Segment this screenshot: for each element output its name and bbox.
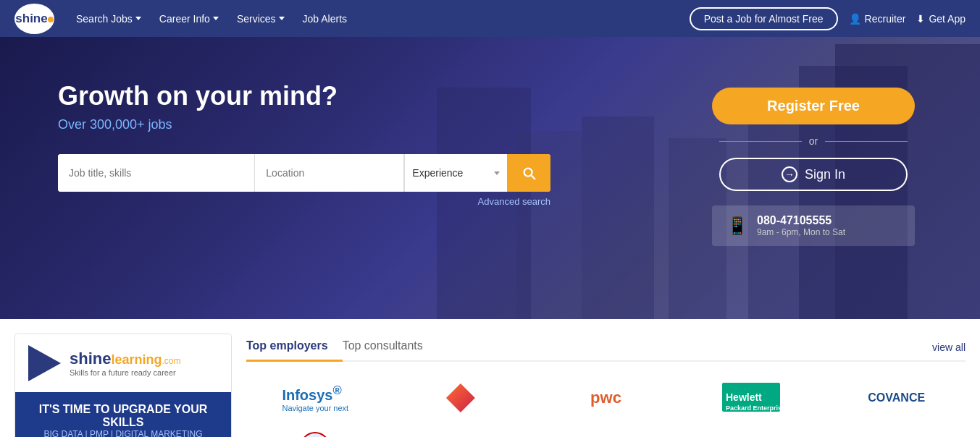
tab-top-employers[interactable]: Top employers (246, 334, 343, 362)
navbar-right: Post a Job for Almost Free 👤 Recruiter ⬇… (690, 7, 966, 30)
hero-right: Register Free or → Sign In 📱 080-4710555… (705, 80, 922, 246)
nav-job-alerts[interactable]: Job Alerts (296, 9, 354, 28)
employer-pwc[interactable]: pwc (537, 376, 675, 420)
search-job-input[interactable] (58, 154, 255, 192)
sl-skills-text: BIG DATA | PMP | DIGITAL MARKETING (26, 429, 220, 437)
nav-career-info[interactable]: Career Info (152, 9, 226, 28)
employer-geometric[interactable] (392, 376, 530, 420)
nav-links: Search Jobs Career Info Services Job Ale… (69, 9, 682, 28)
bottom-section: shinelearning.com Skills for a future re… (0, 319, 980, 437)
phone-hours: 9am - 6pm, Mon to Sat (757, 227, 845, 237)
experience-wrapper[interactable]: Experience (404, 154, 507, 192)
svg-text:Hewlett: Hewlett (726, 391, 762, 403)
register-free-button[interactable]: Register Free (712, 88, 915, 124)
svg-text:Packard Enterprise: Packard Enterprise (726, 404, 780, 412)
hero-section: Growth on your mind? Over 300,000+ jobs … (0, 37, 980, 319)
phone-number: 080-47105555 (757, 214, 845, 227)
phone-section: 📱 080-47105555 9am - 6pm, Mon to Sat (712, 205, 915, 246)
tabs-row: Top employers Top consultants view all (246, 334, 966, 362)
sign-in-button[interactable]: → Sign In (719, 158, 908, 191)
sbi-logo: SBI Life INSURANCE With Us, You're Sure (864, 432, 929, 438)
employers-grid: Infosys® Navigate your next pwc H (246, 376, 966, 437)
get-app-link[interactable]: ⬇ Get App (916, 13, 966, 25)
hpe-logo: Hewlett Packard Enterprise (722, 383, 780, 414)
covance-logo: COVANCE (868, 391, 925, 404)
search-button[interactable] (507, 154, 550, 192)
employer-escorts[interactable]: e ESCORTS (246, 430, 385, 437)
chevron-down-icon (135, 17, 141, 20)
geometric-logo (446, 383, 475, 412)
nav-services[interactable]: Services (230, 9, 292, 28)
sl-brand: shinelearning.com (70, 349, 181, 368)
experience-label: Experience (412, 167, 494, 179)
advanced-search-link[interactable]: Advanced search (58, 196, 550, 207)
logo[interactable]: shine (14, 4, 54, 34)
employer-firefly[interactable]: Fire fly ventures (392, 430, 530, 437)
or-divider: or (719, 135, 908, 147)
employer-hpe[interactable]: Hewlett Packard Enterprise (682, 376, 821, 420)
phone-info: 080-47105555 9am - 6pm, Mon to Sat (757, 214, 845, 237)
sign-in-icon: → (782, 166, 797, 182)
search-bar: Experience (58, 154, 550, 192)
download-icon: ⬇ (916, 13, 925, 25)
infosys-logo: Infosys® Navigate your next (282, 383, 348, 412)
chevron-down-icon (494, 171, 500, 175)
sl-tagline: Skills for a future ready career (70, 368, 181, 377)
recruiter-link[interactable]: 👤 Recruiter (849, 13, 906, 25)
search-icon (521, 165, 537, 181)
person-icon: 👤 (849, 13, 861, 25)
nav-search-jobs[interactable]: Search Jobs (69, 9, 148, 28)
hero-title: Growth on your mind? (58, 80, 705, 111)
post-job-button[interactable]: Post a Job for Almost Free (690, 7, 838, 30)
sl-upgrade-text: IT'S TIME TO UPGRADE YOUR SKILLS (26, 403, 220, 429)
employer-infosys[interactable]: Infosys® Navigate your next (246, 376, 385, 420)
employer-reliance[interactable]: RELIANCECAPITAL (682, 430, 821, 437)
hero-left: Growth on your mind? Over 300,000+ jobs … (58, 80, 705, 207)
hero-subtitle: Over 300,000+ jobs (58, 117, 705, 132)
sl-logo-text: shinelearning.com Skills for a future re… (70, 349, 181, 377)
employer-sbi[interactable]: SBI Life INSURANCE With Us, You're Sure (827, 430, 966, 437)
phone-icon: 📱 (726, 216, 748, 236)
tab-top-consultants[interactable]: Top consultants (343, 334, 437, 362)
divider-line-left (719, 141, 802, 142)
employer-covance[interactable]: COVANCE (827, 376, 966, 420)
employers-section: Top employers Top consultants view all I… (246, 334, 966, 437)
navbar: shine Search Jobs Career Info Services J… (0, 0, 980, 37)
view-all-link[interactable]: view all (932, 341, 966, 353)
arrow-icon (26, 345, 62, 381)
shine-learning-ad[interactable]: shinelearning.com Skills for a future re… (14, 334, 232, 437)
sl-ad-bottom: IT'S TIME TO UPGRADE YOUR SKILLS BIG DAT… (15, 392, 231, 437)
chevron-down-icon (213, 17, 219, 20)
escorts-logo: e ESCORTS (290, 431, 340, 438)
chevron-down-icon (279, 17, 285, 20)
logo-text: shine (15, 12, 53, 25)
pwc-logo: pwc (590, 389, 621, 407)
sl-ad-top: shinelearning.com Skills for a future re… (15, 334, 231, 392)
svg-point-3 (301, 433, 330, 438)
firefly-logo: Fire fly ventures (428, 435, 493, 438)
search-location-input[interactable] (255, 154, 404, 192)
divider-line-right (825, 141, 908, 142)
employer-atlas[interactable]: atlas travels online (537, 430, 675, 437)
